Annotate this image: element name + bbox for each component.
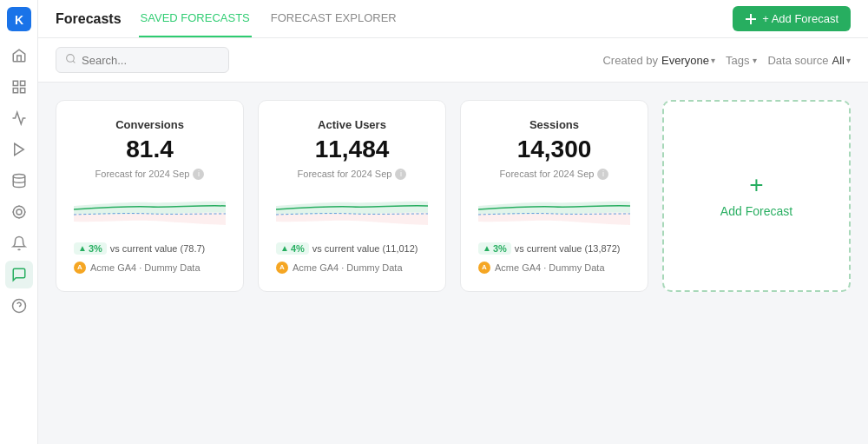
svg-line-19 [73, 61, 75, 63]
up-arrow-icon: ▲ [280, 243, 289, 253]
sidebar-item-alerts[interactable] [5, 229, 33, 257]
forecast-card-sessions[interactable]: Sessions 14,300 Forecast for 2024 Sep i … [460, 100, 648, 292]
forecast-cards-grid: Conversions 81.4 Forecast for 2024 Sep i… [56, 100, 851, 292]
change-description: vs current value (13,872) [515, 243, 621, 254]
sidebar: K [0, 0, 38, 444]
svg-marker-6 [14, 143, 23, 156]
datasource-icon: A [276, 262, 288, 274]
data-source: A Acme GA4 · Dummy Data [74, 262, 226, 274]
toolbar: Created by Everyone ▾ Tags ▾ Data source… [38, 38, 868, 83]
card-change: ▲ 3% vs current value (78.7) [74, 242, 226, 255]
search-box[interactable] [56, 47, 229, 73]
svg-point-7 [13, 175, 25, 179]
data-source: A Acme GA4 · Dummy Data [478, 262, 630, 274]
sidebar-item-home[interactable] [5, 42, 33, 70]
change-description: vs current value (78.7) [110, 243, 205, 254]
data-source-filter: Data source All ▾ [767, 54, 851, 67]
change-badge: ▲ 3% [74, 242, 107, 255]
tags-value[interactable]: ▾ [753, 56, 757, 65]
search-input[interactable] [82, 54, 220, 67]
mini-chart [478, 189, 630, 232]
datasource-name: Acme GA4 · Dummy Data [495, 262, 605, 273]
metric-name: Conversions [74, 118, 226, 131]
sidebar-item-dashboard[interactable] [5, 73, 33, 101]
mini-chart [276, 189, 428, 232]
svg-point-18 [67, 55, 75, 63]
created-by-filter: Created by Everyone ▾ [602, 54, 715, 67]
add-forecast-card-label: Add Forecast [720, 204, 792, 218]
change-pct: 4% [291, 243, 305, 254]
tags-label: Tags [726, 54, 749, 67]
forecast-period: Forecast for 2024 Sep i [276, 169, 428, 180]
metric-name: Sessions [478, 118, 630, 131]
svg-rect-5 [20, 89, 24, 93]
chevron-down-icon: ▾ [846, 56, 851, 65]
sidebar-item-data[interactable] [5, 167, 33, 195]
change-description: vs current value (11,012) [312, 243, 418, 254]
forecast-card-conversions[interactable]: Conversions 81.4 Forecast for 2024 Sep i… [56, 100, 244, 292]
sidebar-item-help[interactable] [5, 292, 33, 320]
sidebar-item-analytics[interactable] [5, 104, 33, 132]
main-content: Forecasts SAVED FORECASTS FORECAST EXPLO… [38, 0, 868, 444]
datasource-icon: A [74, 262, 86, 274]
datasource-name: Acme GA4 · Dummy Data [293, 262, 403, 273]
change-badge: ▲ 4% [276, 242, 309, 255]
app-logo[interactable]: K [7, 7, 31, 31]
forecast-period: Forecast for 2024 Sep i [74, 169, 226, 180]
card-change: ▲ 3% vs current value (13,872) [478, 242, 630, 255]
metric-value: 11,484 [276, 136, 428, 163]
info-icon[interactable]: i [193, 169, 204, 180]
forecast-card-active_users[interactable]: Active Users 11,484 Forecast for 2024 Se… [258, 100, 446, 292]
info-icon[interactable]: i [395, 169, 406, 180]
mini-chart [74, 189, 226, 232]
data-source-value[interactable]: All ▾ [832, 54, 851, 67]
sidebar-item-goals[interactable] [5, 198, 33, 226]
tags-filter: Tags ▾ [726, 54, 757, 67]
datasource-icon: A [478, 262, 490, 274]
info-icon[interactable]: i [597, 169, 608, 180]
add-forecast-placeholder-card[interactable]: + Add Forecast [662, 100, 851, 292]
sidebar-item-video[interactable] [5, 136, 33, 163]
page-title: Forecasts [56, 11, 122, 27]
datasource-name: Acme GA4 · Dummy Data [90, 262, 201, 273]
metric-name: Active Users [276, 118, 428, 131]
up-arrow-icon: ▲ [483, 243, 491, 253]
change-badge: ▲ 3% [478, 242, 511, 255]
chevron-down-icon: ▾ [711, 56, 715, 65]
change-pct: 3% [493, 243, 507, 254]
tab-saved-forecasts[interactable]: SAVED FORECASTS [139, 0, 252, 37]
data-source-label: Data source [767, 54, 828, 67]
created-by-label: Created by [602, 54, 658, 67]
content-area: Conversions 81.4 Forecast for 2024 Sep i… [38, 83, 868, 444]
sidebar-item-chat[interactable] [5, 261, 33, 288]
data-source: A Acme GA4 · Dummy Data [276, 262, 428, 274]
metric-value: 14,300 [478, 136, 630, 163]
search-icon [65, 53, 76, 67]
filters: Created by Everyone ▾ Tags ▾ Data source… [602, 54, 851, 67]
change-pct: 3% [89, 243, 102, 254]
header: Forecasts SAVED FORECASTS FORECAST EXPLO… [38, 0, 868, 38]
plus-icon: + [749, 173, 763, 197]
metric-value: 81.4 [74, 136, 226, 163]
chevron-down-icon: ▾ [753, 56, 757, 65]
card-change: ▲ 4% vs current value (11,012) [276, 242, 428, 255]
up-arrow-icon: ▲ [78, 243, 87, 253]
svg-rect-2 [13, 81, 17, 85]
svg-point-9 [16, 209, 22, 215]
created-by-value[interactable]: Everyone ▾ [661, 54, 715, 67]
svg-text:K: K [14, 13, 23, 27]
add-forecast-button[interactable]: + Add Forecast [733, 6, 851, 31]
svg-point-8 [13, 206, 25, 218]
svg-rect-4 [13, 89, 17, 93]
svg-rect-3 [20, 81, 24, 85]
forecast-period: Forecast for 2024 Sep i [478, 169, 630, 180]
tab-forecast-explorer[interactable]: FORECAST EXPLORER [269, 0, 398, 37]
